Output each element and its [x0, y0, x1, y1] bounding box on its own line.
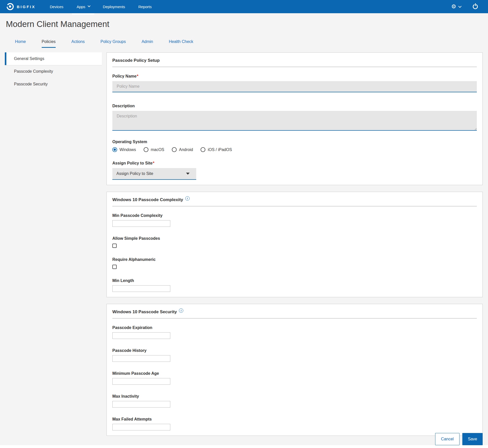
nav-item-deployments[interactable]: Deployments [96, 0, 132, 13]
min-passcode-complexity-label: Min Passcode Complexity [112, 213, 477, 218]
policy-name-input[interactable] [112, 81, 477, 92]
operating-system-label: Operating System [112, 139, 477, 144]
field-group-min-passcode-complexity: Min Passcode Complexity [112, 213, 477, 227]
min-passcode-complexity-input[interactable] [112, 220, 170, 227]
info-icon[interactable]: i [185, 196, 190, 201]
footer-actions: Cancel Save [435, 433, 483, 445]
required-marker: * [137, 74, 138, 78]
brand-text: BIGFIX [17, 5, 36, 9]
passcode-complexity-panel: Windows 10 Passcode Complexity i Min Pas… [106, 192, 483, 297]
radio-label-ios-ipados: iOS / iPadOS [208, 147, 232, 152]
operating-system-radio-group: WindowsmacOSAndroidiOS / iPadOS [112, 147, 477, 152]
gear-icon: ⚙ [451, 4, 456, 9]
radio-option-ios-ipados[interactable]: iOS / iPadOS [201, 147, 232, 152]
min-length-label: Min Length [112, 278, 477, 283]
passcode-expiration-label: Passcode Expiration [112, 325, 477, 330]
field-group-min-length: Min Length [112, 278, 477, 292]
nav-item-devices[interactable]: Devices [43, 0, 70, 13]
brand: BIGFIX [7, 3, 36, 10]
radio-option-macos[interactable]: macOS [144, 147, 164, 152]
radio-icon-macos [144, 147, 148, 152]
chevron-down-icon [87, 4, 90, 7]
allow-simple-passcodes-checkbox[interactable] [112, 244, 117, 248]
save-button[interactable]: Save [462, 433, 483, 445]
footer-bar [0, 445, 488, 448]
tab-home[interactable]: Home [15, 39, 26, 48]
tab-bar: HomePoliciesActionsPolicy GroupsAdminHea… [15, 39, 488, 48]
assign-policy-to-site-selected-value: Assign Policy to Site [116, 171, 153, 176]
field-group-passcode-history: Passcode History [112, 348, 477, 362]
tab-policy-groups[interactable]: Policy Groups [100, 39, 126, 48]
setup-section-title-text: Passcode Policy Setup [112, 58, 160, 63]
radio-icon-ios-ipados [201, 147, 205, 152]
description-label: Description [112, 103, 477, 108]
radio-label-android: Android [179, 147, 193, 152]
minimum-passcode-age-label: Minimum Passcode Age [112, 371, 477, 376]
assign-policy-to-site-label: Assign Policy to Site* [112, 161, 477, 166]
min-length-input[interactable] [112, 285, 170, 292]
max-inactivity-input[interactable] [112, 401, 170, 408]
passcode-expiration-input[interactable] [112, 332, 170, 339]
bigfix-logo-icon [7, 3, 14, 10]
top-nav: BIGFIX DevicesAppsDeploymentsReports ⚙ [0, 0, 488, 13]
max-failed-attempts-label: Max Failed Attempts [112, 417, 477, 422]
radio-label-macos: macOS [151, 147, 164, 152]
nav-item-apps[interactable]: Apps [70, 0, 96, 13]
nav-item-reports[interactable]: Reports [132, 0, 158, 13]
field-group-max-inactivity: Max Inactivity [112, 394, 477, 408]
nav-right: ⚙ [451, 4, 481, 9]
radio-icon-windows [112, 147, 117, 152]
complexity-section-title: Windows 10 Passcode Complexity i [112, 197, 477, 202]
complexity-section-title-text: Windows 10 Passcode Complexity [112, 197, 183, 202]
section-divider [112, 206, 477, 206]
main-layout: General SettingsPasscode ComplexityPassc… [0, 52, 488, 442]
security-section-title: Windows 10 Passcode Security i [112, 309, 477, 315]
content-area: Passcode Policy Setup Policy Name* Descr… [106, 52, 483, 442]
assign-policy-to-site-select[interactable]: Assign Policy to Site [112, 168, 196, 180]
radio-icon-android [172, 147, 177, 152]
security-fields: Passcode ExpirationPasscode HistoryMinim… [112, 325, 477, 430]
tab-policies[interactable]: Policies [42, 39, 56, 48]
radio-label-windows: Windows [119, 147, 136, 152]
field-group-minimum-passcode-age: Minimum Passcode Age [112, 371, 477, 385]
sidebar-item-general-settings[interactable]: General Settings [5, 52, 102, 65]
passcode-history-label: Passcode History [112, 348, 477, 353]
section-divider [112, 67, 477, 67]
tab-admin[interactable]: Admin [142, 39, 153, 48]
info-icon[interactable]: i [179, 308, 183, 313]
sidebar-item-passcode-complexity[interactable]: Passcode Complexity [5, 65, 102, 78]
require-alphanumeric-label: Require Alphanumeric [112, 257, 477, 262]
max-failed-attempts-input[interactable] [112, 424, 170, 430]
radio-option-windows[interactable]: Windows [112, 147, 136, 152]
field-group-require-alphanumeric: Require Alphanumeric [112, 257, 477, 269]
tab-health-check[interactable]: Health Check [169, 39, 193, 48]
cancel-button[interactable]: Cancel [435, 433, 460, 445]
sidebar-item-passcode-security[interactable]: Passcode Security [5, 78, 102, 91]
max-inactivity-label: Max Inactivity [112, 394, 477, 399]
chevron-down-icon [458, 5, 462, 8]
require-alphanumeric-checkbox[interactable] [112, 265, 117, 269]
section-divider [112, 318, 477, 319]
setup-section-title: Passcode Policy Setup [112, 58, 477, 63]
field-group-allow-simple-passcodes: Allow Simple Passcodes [112, 236, 477, 248]
page-title: Modern Client Management [6, 19, 488, 29]
field-group-max-failed-attempts: Max Failed Attempts [112, 417, 477, 430]
power-icon[interactable] [473, 4, 478, 9]
radio-option-android[interactable]: Android [172, 147, 193, 152]
passcode-policy-setup-panel: Passcode Policy Setup Policy Name* Descr… [106, 52, 483, 185]
security-section-title-text: Windows 10 Passcode Security [112, 309, 177, 315]
primary-nav: DevicesAppsDeploymentsReports [43, 0, 158, 13]
sidebar: General SettingsPasscode ComplexityPassc… [5, 52, 102, 91]
passcode-security-panel: Windows 10 Passcode Security i Passcode … [106, 304, 483, 436]
settings-menu-button[interactable]: ⚙ [451, 4, 461, 9]
dropdown-caret-icon [186, 173, 190, 175]
complexity-fields: Min Passcode ComplexityAllow Simple Pass… [112, 213, 477, 292]
allow-simple-passcodes-label: Allow Simple Passcodes [112, 236, 477, 241]
required-marker: * [153, 161, 154, 165]
field-group-passcode-expiration: Passcode Expiration [112, 325, 477, 339]
description-textarea[interactable] [112, 111, 477, 131]
minimum-passcode-age-input[interactable] [112, 378, 170, 385]
passcode-history-input[interactable] [112, 355, 170, 362]
tab-actions[interactable]: Actions [71, 39, 85, 48]
policy-name-label: Policy Name* [112, 74, 477, 79]
